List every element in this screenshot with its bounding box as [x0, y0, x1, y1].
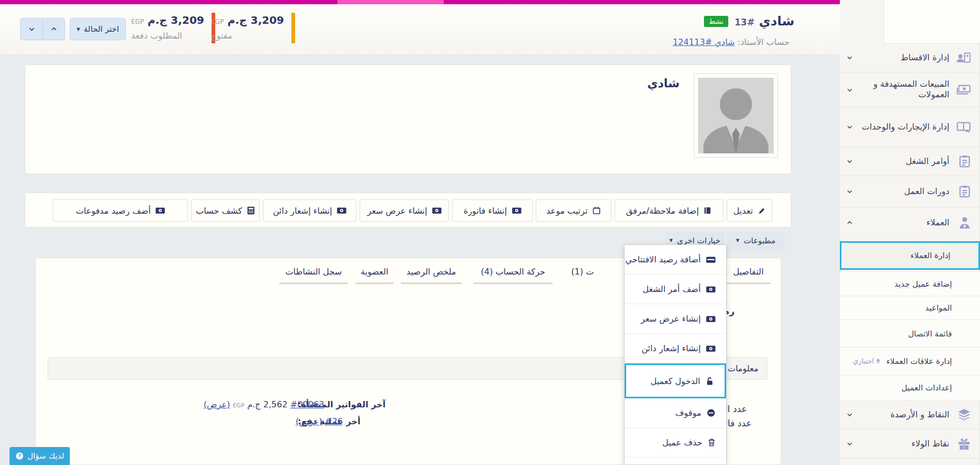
- banknote-icon: [432, 207, 442, 214]
- edit-button[interactable]: تعديل: [727, 199, 772, 222]
- tab-account-activity[interactable]: حركة الحساب (4): [473, 263, 553, 284]
- page-header: اختر الحالة ▼ 3,209 ج.م EGP المطلوب دفعة…: [0, 4, 840, 55]
- rocket-icon: [875, 358, 881, 364]
- open-amount: 3,209 ج.م EGP: [211, 14, 287, 26]
- beta-badge: اختباري: [853, 357, 881, 365]
- due-label: المطلوب دفعة: [131, 31, 207, 41]
- sidebar-top-panel: [884, 0, 980, 43]
- sidebar-item-clients[interactable]: العملاء: [840, 207, 980, 238]
- calculator-icon: [247, 206, 255, 215]
- sidebar-item-work-orders[interactable]: أوامر الشغل: [840, 147, 980, 176]
- page-title: شادي #13: [735, 14, 794, 29]
- banknote-icon: [706, 345, 716, 352]
- banknote-icon: [155, 207, 165, 214]
- choose-status-label: اختر الحالة: [84, 24, 119, 34]
- ledger-account: حساب الأستاذ: شادي #124113: [673, 37, 794, 47]
- menu-item-delete-client[interactable]: حذف عميل: [625, 428, 726, 458]
- sidebar-item-points-balances[interactable]: النقاط و الأرصدة: [840, 400, 980, 430]
- account-statement-button[interactable]: كشف حساب: [191, 199, 260, 222]
- choose-status-dropdown[interactable]: اختر الحالة ▼: [70, 18, 126, 40]
- installments-icon: [957, 52, 970, 63]
- tab-membership[interactable]: العضوية: [355, 263, 393, 284]
- unlock-icon: [706, 377, 714, 386]
- invoice-number-link[interactable]: #00063: [290, 399, 324, 409]
- sidebar-item-rentals[interactable]: إدارة الإيجارات والوحدات: [840, 107, 980, 147]
- menu-item-create-quote[interactable]: إنشاء عرض سعر: [625, 304, 726, 334]
- sidebar-subitem-crm[interactable]: إدارة علاقات العملاء اختباري: [840, 348, 980, 376]
- trash-icon: [708, 438, 716, 447]
- banknote-icon: [512, 207, 521, 214]
- menu-item-opening-balance[interactable]: أضافة رصيد الافتتاحي: [625, 245, 726, 275]
- chevron-down-icon: [846, 412, 853, 418]
- sidebar-subitem-contact-list[interactable]: قائمة الاتصال: [840, 320, 980, 348]
- last-invoice-value: #00063 2,562 ج.م EGP (عرض): [180, 399, 324, 409]
- caret-down-icon: ▼: [77, 27, 80, 32]
- progress-shine: [337, 0, 444, 4]
- info-section-label: معلومات: [728, 363, 758, 373]
- sidebar-subitem-manage-clients[interactable]: إدارة العملاء: [840, 241, 980, 270]
- collapse-up-button[interactable]: [42, 18, 65, 40]
- tab-details[interactable]: التفاصيل: [726, 263, 771, 284]
- chevron-up-icon: [50, 25, 58, 33]
- menu-item-add-work-order[interactable]: أضف أمر الشغل: [625, 275, 726, 304]
- menu-item-login-as-client[interactable]: الدخول كعميل: [625, 363, 726, 398]
- payment-number-link[interactable]: #26: [325, 416, 343, 426]
- pencil-icon: [758, 207, 766, 215]
- invoice-view-link[interactable]: (عرض): [204, 399, 230, 409]
- create-credit-note-button[interactable]: إنشاء إشعار دائن: [263, 199, 356, 222]
- printables-dropdown-button[interactable]: مطبوعات▼: [727, 231, 785, 250]
- top-progress-bar: [0, 0, 840, 4]
- avatar-head: [720, 88, 752, 120]
- menu-item-suspend[interactable]: موقوف: [625, 398, 726, 428]
- svg-text:?: ?: [18, 453, 21, 459]
- credit-card-icon: [706, 256, 716, 263]
- customer-name: شادي: [647, 77, 680, 90]
- last-payment-value: #26 (عرض): [233, 416, 343, 426]
- tab-partially-hidden[interactable]: ت (1): [570, 263, 595, 284]
- question-circle-icon: ?: [15, 452, 24, 460]
- create-invoice-button[interactable]: إنشاء فاتورة: [452, 199, 533, 222]
- rentals-icon: [957, 121, 970, 133]
- payment-view-link[interactable]: (عرض): [296, 416, 322, 426]
- help-button-label: لديك سؤال: [28, 451, 64, 461]
- chevron-down-icon: [846, 54, 853, 61]
- sidebar-subitem-client-settings[interactable]: إعدادات العميل: [840, 376, 980, 400]
- help-button[interactable]: لديك سؤال ?: [10, 447, 70, 465]
- ledger-link[interactable]: شادي #124113: [673, 37, 735, 47]
- profile-card: شادي: [25, 65, 791, 174]
- add-payment-credit-button[interactable]: أضف رصيد مدفوعات: [53, 199, 188, 222]
- sidebar-item-loyalty-points[interactable]: نقاط الولاء: [840, 430, 980, 459]
- customer-title-row: شادي #13 نشط: [673, 14, 794, 29]
- clients-icon: [959, 216, 970, 229]
- chevron-down-icon: [846, 188, 853, 195]
- work-orders-icon: [959, 155, 970, 168]
- sales-target-icon: [957, 85, 970, 95]
- chevron-down-icon: [846, 124, 853, 131]
- calendar-icon: [592, 206, 601, 215]
- sidebar-item-installments[interactable]: إدارة الاقساط: [840, 43, 980, 72]
- ledger-label: حساب الأستاذ:: [735, 37, 790, 47]
- chevron-down-icon: [28, 25, 35, 33]
- sidebar-subitem-appointments[interactable]: المواعيد: [840, 296, 980, 320]
- menu-item-create-credit-note[interactable]: إنشاء إشعار دائن: [625, 334, 726, 363]
- avatar: [694, 74, 778, 158]
- workflow-icon: [959, 185, 970, 198]
- due-amount: 3,209 ج.م EGP: [131, 14, 207, 26]
- minus-circle-icon: [707, 408, 716, 417]
- tab-balance-summary[interactable]: ملخص الرصيد: [401, 263, 462, 284]
- add-note-attachment-button[interactable]: إضافة ملاحظة/مرفق: [615, 199, 723, 222]
- collapse-down-button[interactable]: [20, 18, 43, 40]
- chevron-down-icon: [846, 441, 853, 448]
- sidebar-subitem-add-client[interactable]: إضافة عميل جديد: [840, 272, 980, 296]
- sidebar-item-target-sales[interactable]: المبيعات المستهدفة و العمولات: [840, 72, 980, 107]
- gift-icon: [958, 437, 970, 450]
- banknote-icon: [706, 315, 716, 323]
- sidebar-item-workflows[interactable]: دورات العمل: [840, 176, 980, 207]
- create-quote-button[interactable]: إنشاء عرض سعر: [360, 199, 449, 222]
- chevron-down-icon: [846, 86, 853, 93]
- page: اختر الحالة ▼ 3,209 ج.م EGP المطلوب دفعة…: [0, 0, 980, 465]
- chevron-down-icon: [846, 158, 853, 165]
- banknote-icon: [706, 286, 716, 293]
- tab-activity-log[interactable]: سجل النشاطات: [279, 263, 348, 284]
- schedule-appointment-button[interactable]: ترتيب موعد: [536, 199, 611, 222]
